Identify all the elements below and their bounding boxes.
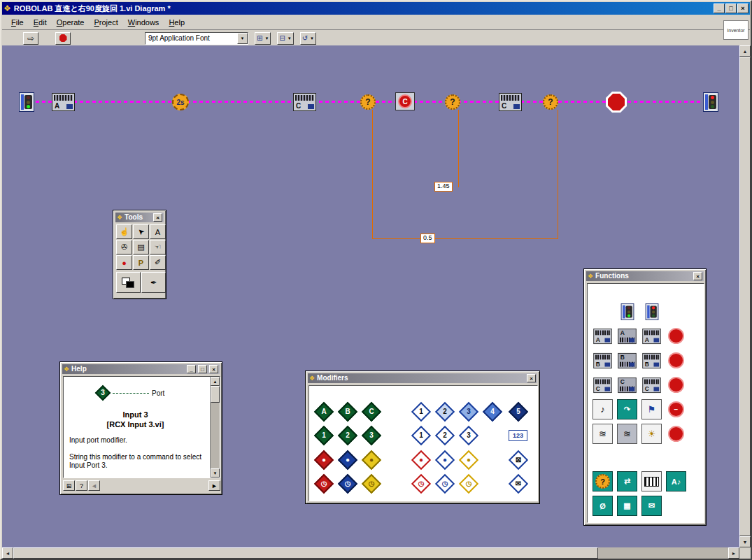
flag-function[interactable]: ⚑ bbox=[641, 399, 662, 420]
probe-tool[interactable]: P bbox=[133, 255, 149, 270]
numeric-wire-3[interactable] bbox=[558, 110, 558, 238]
run-button[interactable]: ⇨ bbox=[23, 32, 38, 45]
motor-a-forward-function[interactable]: A bbox=[592, 325, 613, 347]
motor-c-forward-icon[interactable]: C bbox=[293, 93, 316, 111]
menu-edit[interactable]: Edit bbox=[29, 16, 52, 29]
motor-a-power-function[interactable]: A bbox=[641, 325, 662, 347]
numeric-constant-0.5[interactable]: 0.5 bbox=[420, 234, 435, 243]
wire-tool[interactable]: ✇ bbox=[116, 240, 132, 254]
mail-message-modifier[interactable]: ✉ bbox=[509, 474, 528, 494]
help-maximize-button[interactable]: □ bbox=[198, 365, 207, 373]
stop-all-icon[interactable] bbox=[606, 92, 627, 113]
wait-2s-icon[interactable]: 2s bbox=[172, 94, 189, 110]
red-timer-value-modifier[interactable]: ◷ bbox=[411, 474, 431, 494]
maximize-button[interactable]: □ bbox=[725, 3, 737, 13]
mail-subpalette[interactable]: ✉ bbox=[641, 495, 662, 517]
stop-motors-function[interactable] bbox=[665, 423, 687, 445]
tuner-subpalette[interactable]: A♪ bbox=[665, 471, 687, 492]
context-help-button[interactable]: ? bbox=[76, 480, 87, 491]
motor-c-forward-function[interactable]: C bbox=[592, 374, 613, 396]
numeric-wire-2[interactable] bbox=[458, 110, 459, 187]
blue-timer-value-modifier[interactable]: ◷ bbox=[435, 474, 455, 494]
motor-b-power-function[interactable]: B bbox=[641, 350, 662, 371]
motor-reverse-function[interactable]: ≋ bbox=[616, 423, 638, 445]
input-port-1-modifier[interactable]: 1 bbox=[314, 426, 334, 445]
wait-for-icon-3[interactable]: ? bbox=[543, 94, 558, 110]
chevron-down-icon[interactable]: ▼ bbox=[237, 33, 248, 44]
power-level-5-modifier[interactable]: 5 bbox=[509, 402, 528, 422]
numeric-wire-1[interactable] bbox=[372, 110, 373, 238]
menu-project[interactable]: Project bbox=[89, 16, 122, 29]
stop-motor-c-icon[interactable]: C bbox=[395, 92, 415, 110]
motor-forward-function[interactable]: ≋ bbox=[592, 423, 613, 445]
scroll-left-button[interactable]: ◄ bbox=[2, 547, 13, 559]
output-port-a-modifier[interactable]: A bbox=[314, 402, 334, 422]
simple-help-button[interactable]: ⊞ bbox=[63, 480, 75, 491]
motor-c-power-function[interactable]: C bbox=[641, 374, 662, 396]
numeric-constant-1.45[interactable]: 1.45 bbox=[434, 182, 453, 192]
begin-icon[interactable] bbox=[19, 92, 34, 112]
blue-timer-modifier[interactable]: ◷ bbox=[338, 474, 357, 494]
container-subpalette[interactable]: ▦ bbox=[616, 495, 638, 517]
modifiers-titlebar[interactable]: ❖ Modifiers × bbox=[308, 373, 537, 383]
position-tool[interactable]: ➤ bbox=[133, 224, 149, 239]
help-scroll-down-button[interactable]: ▼ bbox=[211, 468, 220, 478]
motor-b-reverse-function[interactable]: B bbox=[616, 350, 638, 371]
music-subpalette[interactable] bbox=[641, 471, 662, 492]
help-minimize-button[interactable]: _ bbox=[187, 365, 196, 373]
color-copy-tool[interactable]: ✐ bbox=[150, 255, 166, 270]
power-level-2-modifier[interactable]: 2 bbox=[435, 402, 455, 422]
lamp-function[interactable]: ☀ bbox=[641, 423, 662, 445]
forward-button[interactable]: ► bbox=[208, 480, 220, 491]
scroll-right-button[interactable]: ► bbox=[728, 547, 739, 559]
music-note-function[interactable]: ♪ bbox=[592, 399, 613, 420]
menu-operate[interactable]: Operate bbox=[52, 16, 90, 29]
red-container-modifier[interactable]: ● bbox=[314, 450, 334, 470]
value-2-modifier[interactable]: 2 bbox=[435, 426, 455, 445]
mail-container-modifier[interactable]: ⊠ bbox=[509, 450, 528, 470]
stop-motor-a-function[interactable] bbox=[665, 325, 687, 347]
wait-for-icon-1[interactable]: ? bbox=[360, 94, 376, 110]
abort-button[interactable] bbox=[55, 32, 71, 45]
close-button[interactable]: × bbox=[737, 3, 749, 13]
distribute-objects-dropdown[interactable]: ⊟ ▼ bbox=[277, 32, 293, 45]
red-container-value-modifier[interactable]: ● bbox=[411, 450, 431, 470]
motor-a-reverse-function[interactable]: A bbox=[616, 325, 638, 347]
value-3-modifier[interactable]: 3 bbox=[459, 426, 478, 445]
numeric-constant-modifier[interactable]: 123 bbox=[509, 430, 527, 441]
end-function[interactable] bbox=[641, 301, 662, 322]
menu-file[interactable]: File bbox=[6, 16, 29, 29]
help-scroll-thumb[interactable] bbox=[211, 386, 220, 403]
tools-titlebar[interactable]: ❖ Tools × bbox=[115, 213, 164, 222]
power-level-4-modifier[interactable]: 4 bbox=[483, 402, 502, 422]
reorder-dropdown[interactable]: ↺ ▼ bbox=[300, 32, 316, 45]
yellow-timer-modifier[interactable]: ◷ bbox=[362, 474, 381, 494]
menu-windows[interactable]: Windows bbox=[123, 16, 164, 29]
output-port-b-modifier[interactable]: B bbox=[338, 402, 357, 422]
wait-for-subpalette[interactable]: ? bbox=[592, 471, 613, 492]
functions-titlebar[interactable]: ❖ Functions × bbox=[586, 271, 704, 281]
numeric-wire-4[interactable] bbox=[372, 238, 558, 239]
value-1-modifier[interactable]: 1 bbox=[411, 426, 431, 445]
breakpoint-tool[interactable]: ● bbox=[116, 255, 132, 270]
wire-arrow-function[interactable]: ↷ bbox=[616, 399, 638, 420]
input-port-3-modifier[interactable]: 3 bbox=[362, 426, 381, 445]
vertical-scroll-thumb[interactable] bbox=[739, 57, 751, 536]
blue-container-modifier[interactable]: ● bbox=[338, 450, 357, 470]
motor-b-forward-function[interactable]: B bbox=[592, 350, 613, 371]
minimize-button[interactable]: _ bbox=[714, 3, 725, 13]
scroll-tool[interactable]: ☜ bbox=[150, 240, 166, 254]
align-objects-dropdown[interactable]: ⊞ ▼ bbox=[255, 32, 271, 45]
yellow-timer-value-modifier[interactable]: ◷ bbox=[459, 474, 478, 494]
object-menu-tool[interactable]: ▤ bbox=[133, 240, 149, 254]
functions-close-button[interactable]: × bbox=[693, 272, 702, 280]
structures-subpalette[interactable]: ⇄ bbox=[616, 471, 638, 492]
paintbrush-tool[interactable]: ✒ bbox=[141, 272, 166, 293]
help-close-button[interactable]: × bbox=[209, 365, 218, 373]
wait-for-icon-2[interactable]: ? bbox=[445, 94, 460, 110]
color-tool[interactable] bbox=[116, 272, 141, 293]
yellow-container-modifier[interactable]: ● bbox=[362, 450, 381, 470]
blue-container-value-modifier[interactable]: ● bbox=[435, 450, 455, 470]
yellow-container-value-modifier[interactable]: ● bbox=[459, 450, 478, 470]
scroll-up-button[interactable]: ▲ bbox=[739, 45, 751, 57]
